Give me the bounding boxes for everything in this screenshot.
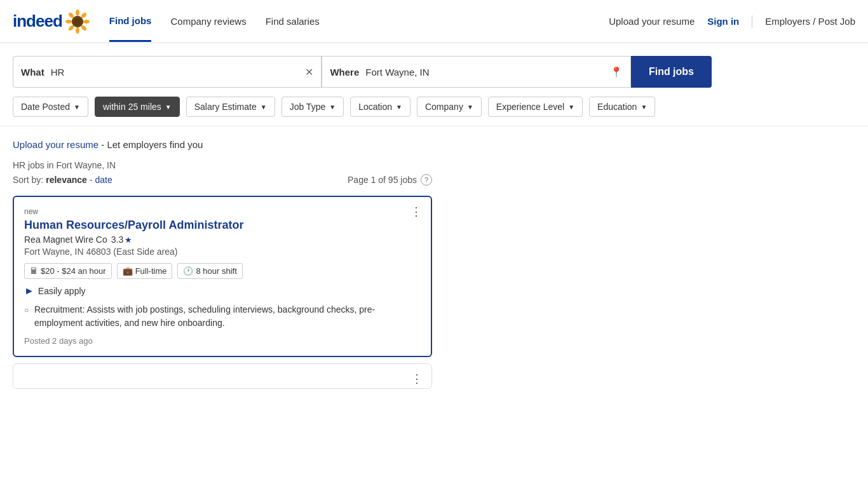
filter-job-type[interactable]: Job Type ▼	[281, 97, 344, 117]
job-menu-button[interactable]: ⋮	[410, 206, 422, 217]
logo[interactable]: indeed	[13, 9, 90, 34]
sort-line: Sort by: relevance - date Page 1 of 95 j…	[13, 174, 432, 186]
sort-relevance: relevance	[46, 175, 87, 185]
svg-point-3	[83, 20, 90, 24]
upload-resume-banner-link[interactable]: Upload your resume	[13, 139, 98, 150]
location-text: Fort Wayne, IN 46803	[24, 247, 111, 257]
find-jobs-button[interactable]: Find jobs	[631, 56, 712, 88]
nav-company-reviews[interactable]: Company reviews	[170, 2, 246, 41]
svg-point-5	[76, 27, 79, 34]
nav-find-jobs[interactable]: Find jobs	[109, 1, 152, 42]
filter-experience-level[interactable]: Experience Level ▼	[488, 97, 583, 117]
help-icon[interactable]: ?	[421, 174, 432, 186]
filter-date-posted[interactable]: Date Posted ▼	[13, 97, 88, 117]
rating-value: 3.3	[111, 234, 123, 245]
chevron-down-icon: ▼	[261, 104, 267, 111]
upload-resume-link[interactable]: Upload your resume	[609, 16, 695, 27]
filter-location[interactable]: Location ▼	[350, 97, 410, 117]
chevron-down-icon: ▼	[467, 104, 473, 111]
tag-salary: 🖩 $20 - $24 an hour	[24, 263, 112, 279]
tag-salary-label: $20 - $24 an hour	[41, 266, 106, 276]
sign-in-link[interactable]: Sign in	[707, 16, 739, 27]
sunflower-icon	[65, 9, 90, 34]
tag-shift: 🕐 8 hour shift	[177, 263, 242, 279]
company-name[interactable]: Rea Magnet Wire Co	[24, 234, 107, 245]
briefcase-icon: 💼	[123, 266, 133, 276]
easily-apply-text: Easily apply	[38, 286, 86, 296]
where-label: Where	[330, 67, 359, 78]
job-menu-button-2[interactable]: ⋮	[411, 373, 423, 384]
what-input[interactable]	[51, 67, 306, 78]
job-description: Recruitment: Assists with job postings, …	[24, 303, 421, 330]
svg-point-7	[65, 20, 72, 24]
where-field[interactable]: Where 📍	[322, 56, 630, 88]
filter-within-miles[interactable]: within 25 miles ▼	[95, 97, 180, 117]
salary-icon: 🖩	[30, 266, 38, 276]
sort-date-link[interactable]: date	[95, 175, 112, 185]
header: indeed Find jobs Company reviews Find sa…	[0, 0, 868, 43]
chevron-down-icon: ▼	[568, 104, 574, 111]
svg-point-1	[76, 10, 79, 16]
sort-by-label: Sort by:	[13, 175, 43, 185]
page-info: Page 1 of 95 jobs ?	[348, 174, 432, 186]
where-input[interactable]	[365, 67, 610, 78]
upload-banner: Upload your resume - Let employers find …	[13, 139, 432, 150]
chevron-down-icon: ▼	[165, 104, 172, 111]
location-extra-text: (East Side area)	[113, 247, 177, 257]
nav-find-salaries[interactable]: Find salaries	[266, 2, 320, 41]
search-bar: What ✕ Where 📍 Find jobs	[13, 56, 712, 88]
what-field[interactable]: What ✕	[13, 56, 322, 88]
tag-shift-label: 8 hour shift	[196, 266, 236, 276]
job-card: ⋮ new Human Resources/Payroll Administra…	[13, 196, 432, 357]
apply-arrow-icon: ►	[24, 285, 34, 297]
results-context: HR jobs in Fort Wayne, IN	[13, 160, 432, 170]
tag-job-type-label: Full-time	[135, 266, 167, 276]
job-card-placeholder: ⋮	[13, 363, 432, 389]
search-section: What ✕ Where 📍 Find jobs	[0, 43, 868, 88]
star-icon: ★	[125, 235, 132, 245]
clear-search-icon[interactable]: ✕	[305, 66, 313, 78]
chevron-down-icon: ▼	[641, 104, 647, 111]
company-rating: 3.3 ★	[111, 234, 132, 245]
header-divider	[752, 15, 752, 28]
job-tags: 🖩 $20 - $24 an hour 💼 Full-time 🕐 8 hour…	[24, 263, 421, 279]
job-badge: new	[24, 207, 421, 216]
filter-education[interactable]: Education ▼	[589, 97, 655, 117]
upload-banner-text: - Let employers find you	[98, 139, 203, 150]
tag-job-type: 💼 Full-time	[117, 263, 173, 279]
location-pin-icon: 📍	[610, 66, 623, 78]
page-info-text: Page 1 of 95 jobs	[348, 175, 417, 185]
job-location: Fort Wayne, IN 46803 (East Side area)	[24, 247, 421, 257]
employers-post-link[interactable]: Employers / Post Job	[765, 16, 855, 27]
header-right: Upload your resume Sign in Employers / P…	[609, 15, 855, 28]
sort-separator: -	[90, 175, 93, 185]
chevron-down-icon: ▼	[396, 104, 402, 111]
chevron-down-icon: ▼	[329, 104, 336, 111]
filter-company[interactable]: Company ▼	[417, 97, 482, 117]
job-posted-date: Posted 2 days ago	[24, 336, 421, 346]
easily-apply: ► Easily apply	[24, 285, 421, 297]
main-content: Upload your resume - Let employers find …	[0, 126, 445, 408]
job-title[interactable]: Human Resources/Payroll Administrator	[24, 219, 421, 232]
main-nav: Find jobs Company reviews Find salaries	[109, 1, 609, 42]
svg-point-10	[74, 18, 81, 25]
logo-text: indeed	[13, 11, 62, 31]
job-company-row: Rea Magnet Wire Co 3.3 ★	[24, 234, 421, 245]
filter-bar: Date Posted ▼ within 25 miles ▼ Salary E…	[0, 88, 868, 126]
filter-salary-estimate[interactable]: Salary Estimate ▼	[186, 97, 275, 117]
chevron-down-icon: ▼	[74, 104, 80, 111]
what-label: What	[21, 67, 44, 78]
clock-icon: 🕐	[183, 266, 193, 276]
